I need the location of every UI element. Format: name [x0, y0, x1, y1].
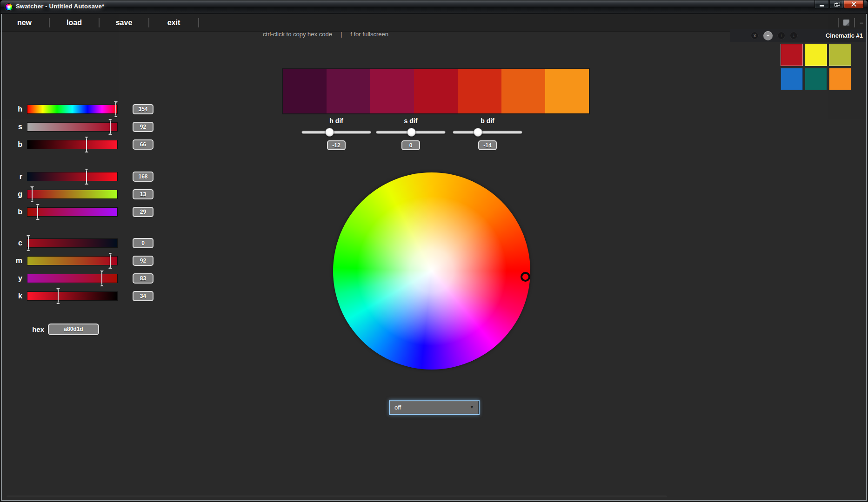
palette-swatch[interactable]: [829, 68, 851, 90]
mode-dropdown-value: off: [394, 404, 401, 411]
strip-swatch[interactable]: [458, 69, 501, 113]
menu-separator: [854, 18, 855, 27]
hsb-slider-group: h 354 s 92 b 66: [0, 104, 154, 157]
blue-value-box[interactable]: 29: [133, 207, 154, 217]
hex-value-box[interactable]: a80d1d: [48, 324, 99, 335]
palette-name[interactable]: Cinematic #1: [826, 32, 866, 39]
palette-swatch[interactable]: [781, 44, 803, 66]
cyan-slider-track[interactable]: [27, 238, 118, 248]
black-label: k: [0, 292, 27, 300]
s-dif-slider-track[interactable]: [376, 131, 446, 134]
hex-row: hex a80d1d: [0, 324, 99, 335]
black-value-box[interactable]: 34: [133, 291, 154, 301]
window-title: Swatcher - Untitled Autosave*: [16, 3, 104, 10]
brightness-slider-track[interactable]: [27, 140, 118, 149]
menu-item-new[interactable]: new: [0, 19, 49, 27]
cyan-value-box[interactable]: 0: [133, 238, 154, 248]
yellow-label: y: [0, 274, 27, 283]
cyan-label: c: [0, 239, 27, 247]
close-icon: [851, 2, 856, 7]
menu-item-load[interactable]: load: [50, 19, 99, 27]
strip-swatch[interactable]: [545, 69, 589, 113]
b-dif-control: b dif -14: [453, 117, 522, 150]
s-dif-value-box[interactable]: 0: [401, 140, 420, 150]
b-dif-slider-track[interactable]: [453, 131, 522, 134]
red-slider-track[interactable]: [27, 172, 118, 181]
hint-divider: |: [341, 31, 342, 38]
cmyk-slider-group: c 0 m 92 y 83 k 34: [0, 238, 154, 309]
strip-swatch[interactable]: [327, 69, 370, 113]
note-icon[interactable]: [843, 20, 849, 26]
black-slider-track[interactable]: [27, 291, 118, 301]
red-label: r: [0, 172, 27, 181]
palette-delete-button[interactable]: x: [751, 32, 759, 40]
cyan-slider-handle[interactable]: [28, 237, 29, 249]
green-value-box[interactable]: 13: [133, 189, 154, 199]
yellow-value-box[interactable]: 83: [133, 273, 154, 284]
red-value-box[interactable]: 168: [133, 172, 154, 182]
mode-dropdown[interactable]: off ▼: [390, 401, 479, 414]
hue-slider-track[interactable]: [27, 105, 118, 114]
saturation-slider-track[interactable]: [27, 122, 118, 132]
menu-item-save[interactable]: save: [100, 19, 148, 27]
palette-header: x – ↑ ↓ Cinematic #1: [730, 29, 866, 42]
h-dif-value-box[interactable]: -12: [327, 140, 346, 150]
restore-button[interactable]: [829, 0, 843, 9]
brightness-label: b: [0, 140, 27, 149]
strip-swatch[interactable]: [283, 69, 327, 113]
brightness-slider-handle[interactable]: [86, 139, 87, 151]
palette-swatch[interactable]: [805, 44, 827, 66]
magenta-value-box[interactable]: 92: [133, 256, 154, 266]
hue-slider-handle[interactable]: [115, 103, 116, 115]
b-dif-value-box[interactable]: -14: [478, 140, 497, 150]
green-label: g: [0, 190, 27, 198]
palette-move-up-button[interactable]: ↑: [777, 32, 785, 40]
h-dif-slider-track[interactable]: [301, 131, 371, 134]
blue-slider-handle[interactable]: [37, 206, 38, 218]
palette-move-down-button[interactable]: ↓: [790, 32, 798, 40]
magenta-slider-track[interactable]: [27, 256, 118, 265]
title-bar[interactable]: Swatcher - Untitled Autosave*: [0, 0, 868, 14]
magenta-label: m: [0, 257, 27, 265]
brightness-value-box[interactable]: 66: [133, 139, 154, 150]
s-dif-slider-thumb[interactable]: [407, 128, 416, 137]
s-dif-label: s dif: [376, 117, 446, 125]
minimize-button[interactable]: [815, 0, 829, 9]
black-slider-handle[interactable]: [58, 290, 59, 302]
hint-left: ctrl-click to copy hex code: [263, 31, 332, 38]
color-wheel-selector[interactable]: [521, 272, 530, 282]
palette-swatch[interactable]: [781, 68, 803, 90]
h-dif-slider-thumb[interactable]: [325, 128, 334, 137]
saturation-slider-handle[interactable]: [110, 121, 111, 133]
palette-swatch[interactable]: [829, 44, 851, 66]
blue-label: b: [0, 208, 27, 216]
strip-swatch[interactable]: [501, 69, 545, 113]
palette-swatch[interactable]: [805, 68, 827, 90]
menu-separator: [838, 18, 839, 27]
strip-swatch[interactable]: [370, 69, 414, 113]
blue-slider-track[interactable]: [27, 207, 118, 217]
green-slider-handle[interactable]: [32, 188, 33, 200]
hex-label: hex: [0, 325, 48, 333]
restore-icon: [835, 3, 838, 7]
color-wheel[interactable]: [333, 172, 530, 370]
horizontal-scrollbar[interactable]: [7, 495, 667, 497]
green-slider-track[interactable]: [27, 190, 118, 199]
menu-item-exit[interactable]: exit: [149, 19, 198, 27]
chevron-down-icon: ▼: [470, 401, 474, 414]
yellow-slider-track[interactable]: [27, 274, 118, 283]
close-button[interactable]: [844, 0, 864, 9]
magenta-slider-handle[interactable]: [110, 255, 111, 267]
app-icon: [5, 3, 13, 11]
rgb-slider-group: r 168 g 13 b 29: [0, 172, 154, 225]
strip-swatch[interactable]: [414, 69, 458, 113]
red-slider-handle[interactable]: [86, 171, 87, 183]
palette-collapse-button[interactable]: –: [763, 31, 773, 40]
yellow-slider-handle[interactable]: [101, 272, 102, 284]
b-dif-slider-thumb[interactable]: [474, 128, 482, 137]
h-dif-control: h dif -12: [301, 117, 371, 150]
hue-value-box[interactable]: 354: [133, 104, 154, 114]
panel-minimize-button[interactable]: –: [860, 19, 863, 26]
app-window: Swatcher - Untitled Autosave* new load s…: [0, 0, 868, 502]
saturation-value-box[interactable]: 92: [133, 122, 154, 132]
